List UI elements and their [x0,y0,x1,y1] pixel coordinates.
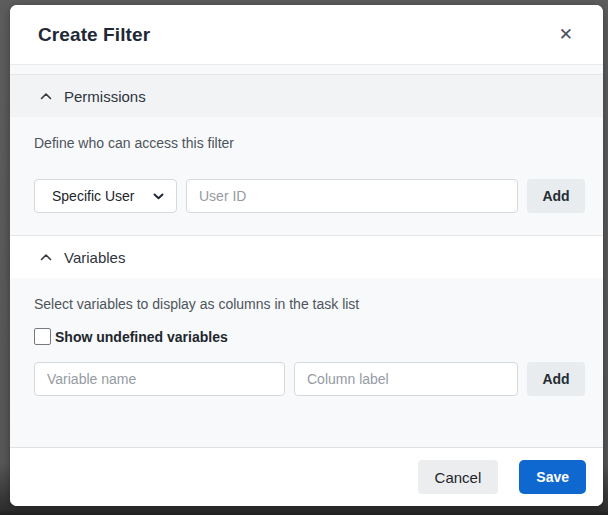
show-undefined-variables-label[interactable]: Show undefined variables [55,329,228,345]
permissions-section-body: Define who can access this filter Specif… [10,117,603,235]
variables-section-body: Select variables to display as columns i… [10,278,603,396]
dialog-footer: Cancel Save [10,447,603,506]
variable-name-input[interactable] [34,362,285,396]
permission-add-row: Specific User Add [34,179,585,213]
add-permission-button[interactable]: Add [527,179,585,213]
user-id-input[interactable] [186,179,518,213]
chevron-down-icon [153,193,164,200]
permission-type-select[interactable]: Specific User [34,179,177,213]
variables-section-label: Variables [64,249,125,266]
variable-add-row: Add [34,362,585,396]
chevron-up-icon [40,253,52,261]
dialog-title: Create Filter [38,24,150,46]
spacer [34,213,585,235]
chevron-up-icon [40,92,52,100]
create-filter-dialog: Create Filter ✕ Permissions Define who c… [10,5,603,506]
add-variable-button[interactable]: Add [527,362,585,396]
show-undefined-variables-row: Show undefined variables [34,328,585,345]
cancel-button[interactable]: Cancel [418,460,499,494]
dialog-header: Create Filter ✕ [10,5,603,65]
close-icon[interactable]: ✕ [555,22,577,47]
permissions-description: Define who can access this filter [34,135,585,151]
permissions-section-label: Permissions [64,88,146,105]
permissions-section-header[interactable]: Permissions [10,74,603,117]
permission-type-selected-value: Specific User [52,188,134,204]
variables-description: Select variables to display as columns i… [34,296,585,312]
save-button[interactable]: Save [519,460,586,494]
show-undefined-variables-checkbox[interactable] [34,328,51,345]
variables-section-header[interactable]: Variables [10,235,603,278]
dialog-backdrop: Create Filter ✕ Permissions Define who c… [0,0,608,515]
dialog-body: Permissions Define who can access this f… [10,65,603,447]
column-label-input[interactable] [294,362,518,396]
